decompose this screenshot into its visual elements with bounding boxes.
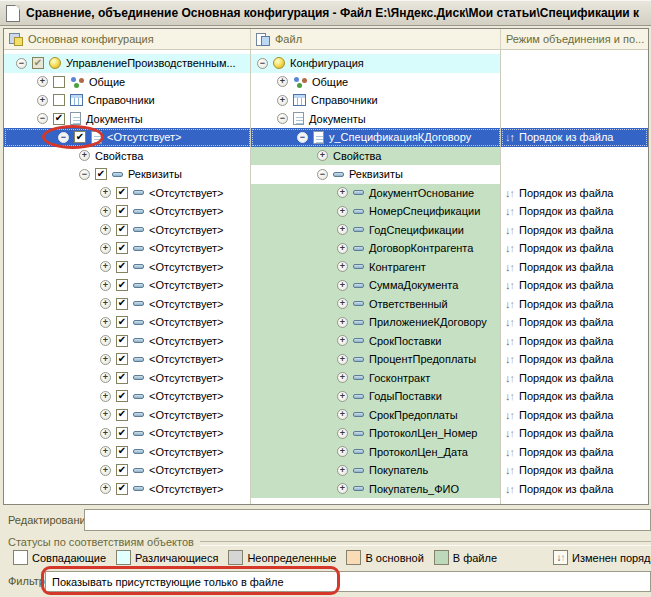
merge-mode-cell[interactable]: ↓↑Порядок из файла: [501, 480, 648, 499]
expand-icon[interactable]: +: [37, 95, 48, 106]
merge-mode-cell[interactable]: ↓↑Порядок из файла: [501, 461, 648, 480]
merge-mode-cell[interactable]: ↓↑Порядок из файла: [501, 369, 648, 388]
checkbox[interactable]: [116, 335, 128, 347]
collapse-icon[interactable]: −: [58, 132, 69, 143]
collapse-icon[interactable]: −: [37, 113, 48, 124]
checkbox[interactable]: [116, 205, 128, 217]
file-cell[interactable]: −у_СпецификацияКДоговору: [251, 128, 501, 147]
expand-icon[interactable]: +: [100, 446, 111, 457]
main-config-cell[interactable]: +<Отсутствует>: [4, 258, 251, 277]
collapse-icon[interactable]: −: [79, 169, 90, 180]
expand-icon[interactable]: +: [100, 280, 111, 291]
checkbox[interactable]: [32, 57, 44, 69]
expand-icon[interactable]: +: [100, 224, 111, 235]
file-cell[interactable]: +ПриложениеКДоговору: [251, 313, 501, 332]
tree-row[interactable]: +<Отсутствует>+Покупатель_ФИО↓↑Порядок и…: [4, 480, 648, 499]
expand-icon[interactable]: +: [100, 261, 111, 272]
checkbox[interactable]: [116, 446, 128, 458]
file-cell[interactable]: +ПроцентПредоплаты: [251, 350, 501, 369]
merge-mode-cell[interactable]: ↓↑Порядок из файла: [501, 424, 648, 443]
main-config-cell[interactable]: +<Отсутствует>: [4, 184, 251, 203]
tree-row[interactable]: −Реквизиты−Реквизиты: [4, 165, 648, 184]
column-header-file[interactable]: Файл: [251, 29, 501, 49]
tree-row[interactable]: +<Отсутствует>+НомерСпецификации↓↑Порядо…: [4, 202, 648, 221]
main-config-cell[interactable]: +<Отсутствует>: [4, 461, 251, 480]
tree-row[interactable]: +<Отсутствует>+Контрагент↓↑Порядок из фа…: [4, 258, 648, 277]
merge-mode-cell[interactable]: [501, 73, 648, 92]
checkbox[interactable]: [116, 372, 128, 384]
main-config-cell[interactable]: +<Отсутствует>: [4, 350, 251, 369]
expand-icon[interactable]: +: [337, 243, 348, 254]
collapse-icon[interactable]: −: [277, 113, 288, 124]
merge-mode-cell[interactable]: ↓↑Порядок из файла: [501, 313, 648, 332]
file-cell[interactable]: +ГодСпецификации: [251, 221, 501, 240]
file-cell[interactable]: +НомерСпецификации: [251, 202, 501, 221]
file-cell[interactable]: +Покупатель_ФИО: [251, 480, 501, 499]
file-cell[interactable]: −Конфигурация: [251, 54, 501, 73]
merge-mode-cell[interactable]: ↓↑Порядок из файла: [501, 239, 648, 258]
checkbox[interactable]: [116, 427, 128, 439]
checkbox[interactable]: [95, 168, 107, 180]
merge-mode-cell[interactable]: ↓↑Порядок из файла: [501, 221, 648, 240]
main-config-cell[interactable]: −<Отсутствует>: [4, 128, 251, 147]
file-cell[interactable]: +СрокПоставки: [251, 332, 501, 351]
checkbox[interactable]: [74, 131, 86, 143]
main-config-cell[interactable]: +<Отсутствует>: [4, 480, 251, 499]
editing-input[interactable]: [84, 509, 651, 531]
merge-mode-cell[interactable]: ↓↑Порядок из файла: [501, 202, 648, 221]
expand-icon[interactable]: +: [337, 483, 348, 494]
expand-icon[interactable]: +: [100, 483, 111, 494]
main-config-cell[interactable]: +<Отсутствует>: [4, 406, 251, 425]
expand-icon[interactable]: +: [337, 280, 348, 291]
main-config-cell[interactable]: +<Отсутствует>: [4, 239, 251, 258]
tree-row[interactable]: +<Отсутствует>+СуммаДокумента↓↑Порядок и…: [4, 276, 648, 295]
merge-mode-cell[interactable]: ↓↑Порядок из файла: [501, 295, 648, 314]
file-cell[interactable]: +Покупатель: [251, 461, 501, 480]
column-header-main-config[interactable]: Основная конфигурация: [4, 29, 251, 49]
main-config-cell[interactable]: +<Отсутствует>: [4, 202, 251, 221]
checkbox[interactable]: [116, 187, 128, 199]
merge-mode-cell[interactable]: [501, 91, 648, 110]
merge-mode-cell[interactable]: [501, 147, 648, 166]
file-cell[interactable]: +СрокПредоплаты: [251, 406, 501, 425]
checkbox[interactable]: [116, 390, 128, 402]
merge-mode-cell[interactable]: ↓↑Порядок из файла: [501, 128, 648, 147]
expand-icon[interactable]: +: [337, 372, 348, 383]
expand-icon[interactable]: +: [100, 428, 111, 439]
expand-icon[interactable]: +: [277, 95, 288, 106]
merge-mode-cell[interactable]: [501, 165, 648, 184]
expand-icon[interactable]: +: [337, 224, 348, 235]
merge-mode-cell[interactable]: ↓↑Порядок из файла: [501, 184, 648, 203]
checkbox[interactable]: [116, 483, 128, 495]
checkbox[interactable]: [53, 94, 65, 106]
main-config-cell[interactable]: −Реквизиты: [4, 165, 251, 184]
file-cell[interactable]: +СуммаДокумента: [251, 276, 501, 295]
checkbox[interactable]: [116, 224, 128, 236]
file-cell[interactable]: +ГодыПоставки: [251, 387, 501, 406]
file-cell[interactable]: −Реквизиты: [251, 165, 501, 184]
expand-icon[interactable]: +: [337, 317, 348, 328]
main-config-cell[interactable]: −УправлениеПроизводственным...: [4, 54, 251, 73]
tree-row[interactable]: +<Отсутствует>+СрокПоставки↓↑Порядок из …: [4, 332, 648, 351]
file-cell[interactable]: +ДокументОснование: [251, 184, 501, 203]
main-config-cell[interactable]: +Общие: [4, 73, 251, 92]
file-cell[interactable]: +Справочники: [251, 91, 501, 110]
expand-icon[interactable]: +: [100, 298, 111, 309]
collapse-icon[interactable]: −: [16, 58, 27, 69]
main-config-cell[interactable]: +<Отсутствует>: [4, 276, 251, 295]
checkbox[interactable]: [116, 298, 128, 310]
file-cell[interactable]: +Общие: [251, 73, 501, 92]
tree-row[interactable]: −УправлениеПроизводственным...−Конфигура…: [4, 54, 648, 73]
expand-icon[interactable]: +: [100, 187, 111, 198]
checkbox[interactable]: [53, 76, 65, 88]
filter-input[interactable]: [45, 571, 651, 592]
expand-icon[interactable]: +: [79, 150, 90, 161]
expand-icon[interactable]: +: [337, 206, 348, 217]
merge-mode-cell[interactable]: ↓↑Порядок из файла: [501, 350, 648, 369]
tree-row[interactable]: +<Отсутствует>+ПротоколЦен_Номер↓↑Порядо…: [4, 424, 648, 443]
column-header-merge-mode[interactable]: Режим объединения и по...: [501, 29, 648, 49]
file-cell[interactable]: +ПротоколЦен_Номер: [251, 424, 501, 443]
file-cell[interactable]: +Контрагент: [251, 258, 501, 277]
expand-icon[interactable]: +: [100, 354, 111, 365]
file-cell[interactable]: +Госконтракт: [251, 369, 501, 388]
